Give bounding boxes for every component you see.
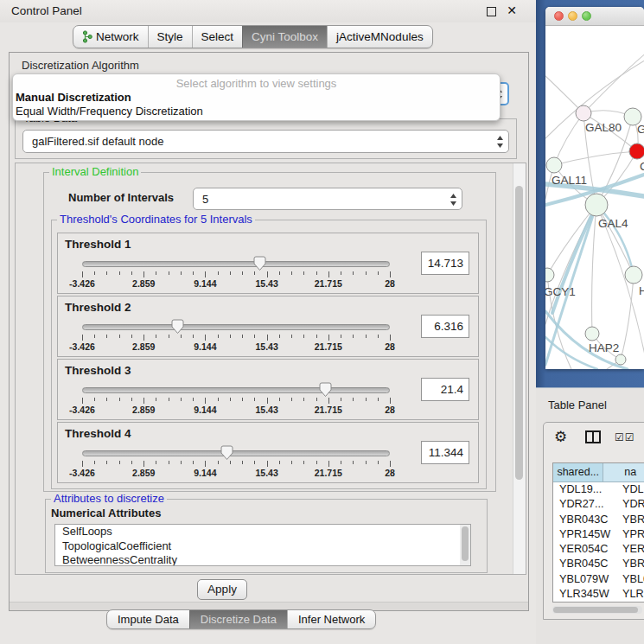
table-cell-shared-name: YLR345W [553, 587, 615, 602]
table-cell-name: YER0 [615, 542, 644, 557]
slider-ticks [82, 335, 390, 341]
threshold-slider-track[interactable] [82, 387, 390, 393]
table-row[interactable]: YPR145WYPR1 [553, 527, 644, 542]
numerical-attributes-list[interactable]: SelfLoopsTopologicalCoefficientBetweenne… [54, 524, 471, 566]
svg-text:C: C [640, 160, 644, 173]
threshold-label: Threshold 3 [65, 364, 131, 377]
table-data-value: galFiltered.sif default node [32, 135, 163, 148]
number-of-intervals-combobox[interactable]: 5 [193, 188, 462, 210]
scrollbar-thumb[interactable] [462, 526, 469, 561]
table-cell-name: YBR0 [615, 557, 644, 571]
table-header-shared-name[interactable]: shared... [553, 463, 603, 481]
network-canvas[interactable]: GAL80GACGAL11GAL4GCY1HHAP2 [545, 26, 644, 369]
tab-discretize-data[interactable]: Discretize Data [189, 610, 287, 628]
table-row[interactable]: YLR345WYLR3 [553, 587, 644, 602]
table-panel-title: Table Panel [548, 399, 607, 411]
tab-cyni-toolbox[interactable]: Cyni Toolbox [242, 26, 327, 48]
table-horizontal-scrollbar[interactable] [552, 606, 642, 614]
close-traffic-light-icon[interactable] [554, 11, 564, 21]
table-cell-shared-name: YBR045C [553, 557, 615, 571]
interval-definition-group: Interval Definition Number of Intervals … [43, 172, 496, 492]
threshold-value-field[interactable]: 6.316 [421, 315, 469, 338]
network-window: GAL80GACGAL11GAL4GCY1HHAP2 [545, 7, 644, 369]
threshold-value-field[interactable]: 14.713 [421, 252, 469, 275]
attribute-item-topologicalcoefficient[interactable]: TopologicalCoefficient [55, 539, 470, 554]
dropdown-placeholder-item[interactable]: Select algorithm to view settings [13, 74, 500, 91]
threshold-label: Threshold 2 [65, 301, 131, 314]
number-of-intervals-value: 5 [202, 193, 208, 206]
svg-text:GA: GA [637, 123, 644, 136]
threshold-value-field[interactable]: 21.4 [421, 378, 469, 401]
threshold-panel-3: Threshold 3-3.4262.8599.14415.4321.71528… [57, 359, 479, 420]
attributes-group: Attributes to discretize Numerical Attri… [45, 499, 488, 573]
tab-select[interactable]: Select [192, 26, 243, 48]
table-cell-name: YBR0 [615, 513, 644, 527]
attribute-item-betweennesscentrality[interactable]: BetweennessCentrality [55, 553, 470, 566]
control-panel-titlebar: Control Panel ✕ [0, 0, 536, 22]
svg-text:GAL80: GAL80 [585, 121, 622, 134]
split-view-icon[interactable] [585, 430, 601, 446]
zoom-traffic-light-icon[interactable] [582, 11, 591, 21]
table-rows: YDL19...YDL1YDR27...YDR2YBR043CYBR0YPR14… [553, 482, 644, 603]
table-row[interactable]: YIL052CYIL0 [553, 602, 644, 603]
threshold-panel-1: Threshold 1-3.4262.8599.14415.4321.71528… [57, 233, 479, 294]
table-cell-shared-name: YPR145W [553, 527, 615, 542]
float-window-icon[interactable] [487, 7, 496, 16]
network-canvas-svg: GAL80GACGAL11GAL4GCY1HHAP2 [545, 26, 644, 369]
dropdown-item-manual-discretization[interactable]: Manual Discretization [13, 91, 500, 105]
slider-tick-labels: -3.4262.8599.14415.4321.71528 [82, 341, 390, 352]
threshold-slider-thumb[interactable] [318, 382, 333, 398]
gear-icon[interactable]: ⚙ [554, 428, 567, 446]
algorithm-group-title: Discretization Algorithm [22, 59, 139, 72]
table-cell-shared-name: YBR043C [553, 513, 615, 527]
threshold-slider-thumb[interactable] [252, 256, 267, 271]
settings-scroll-area: Interval Definition Number of Intervals … [15, 163, 526, 575]
table-cell-shared-name: YBL079W [553, 572, 615, 587]
tab-network[interactable]: Network [73, 26, 148, 48]
node-table[interactable]: shared... na YDL19...YDL1YDR27...YDR2YBR… [552, 462, 644, 603]
scrollbar-thumb[interactable] [515, 186, 523, 480]
tab-infer-network[interactable]: Infer Network [287, 610, 375, 628]
table-row[interactable]: YBR045CYBR0 [553, 557, 644, 571]
attributes-list-scrollbar[interactable] [460, 525, 470, 565]
dropdown-item-equal-width-frequency-discretization[interactable]: Equal Width/Frequency Discretization [13, 105, 500, 118]
table-row[interactable]: YDR27...YDR2 [553, 497, 644, 512]
threshold-slider-track[interactable] [82, 324, 390, 330]
settings-vertical-scrollbar[interactable] [513, 163, 526, 574]
root: Control Panel ✕ NetworkStyleSelectCyni T… [0, 0, 644, 644]
tab-style[interactable]: Style [148, 26, 192, 48]
slider-ticks [82, 398, 390, 405]
slider-ticks [82, 271, 390, 278]
table-panel-window: ⚙ ☑☑ shared... na YDL19...YDL1YDR27...YD… [543, 422, 644, 620]
threshold-panel-2: Threshold 2-3.4262.8599.14415.4321.71528… [57, 296, 479, 357]
table-data-combobox[interactable]: galFiltered.sif default node [22, 130, 509, 153]
combo-arrows-icon [450, 192, 457, 210]
attribute-item-selfloops[interactable]: SelfLoops [55, 525, 470, 539]
interval-definition-title: Interval Definition [49, 165, 141, 178]
table-cell-shared-name: YIL052C [553, 602, 615, 603]
scrollbar-thumb[interactable] [553, 607, 638, 613]
tab-label: Infer Network [298, 610, 365, 628]
minimize-traffic-light-icon[interactable] [568, 11, 577, 21]
table-row[interactable]: YBR043CYBR0 [553, 513, 644, 527]
threshold-slider-track[interactable] [82, 261, 390, 267]
threshold-panel-4: Threshold 4-3.4262.8599.14415.4321.71528… [57, 422, 479, 483]
threshold-slider-thumb[interactable] [220, 445, 234, 461]
table-row[interactable]: YER054CYER0 [553, 542, 644, 557]
threshold-slider-track[interactable] [82, 450, 390, 456]
threshold-value-field[interactable]: 11.344 [421, 441, 469, 464]
table-cell-name: YDR2 [615, 497, 644, 512]
table-header-name[interactable]: na [603, 463, 644, 481]
table-cell-shared-name: YDL19... [553, 482, 615, 497]
tab-impute-data[interactable]: Impute Data [107, 610, 189, 628]
apply-button[interactable]: Apply [197, 579, 247, 600]
checkbox-icons[interactable]: ☑☑ [615, 431, 635, 443]
control-panel-tabs: NetworkStyleSelectCyni ToolboxjActiveMNo… [73, 25, 433, 48]
table-row[interactable]: YDL19...YDL1 [553, 482, 644, 497]
number-of-intervals-label: Number of Intervals [68, 191, 174, 204]
threshold-slider-thumb[interactable] [170, 319, 185, 335]
close-icon[interactable]: ✕ [507, 3, 517, 17]
table-cell-shared-name: YER054C [553, 542, 615, 557]
table-row[interactable]: YBL079WYBL0 [553, 572, 644, 587]
tab-jactivemnodules[interactable]: jActiveMNodules [327, 26, 432, 48]
